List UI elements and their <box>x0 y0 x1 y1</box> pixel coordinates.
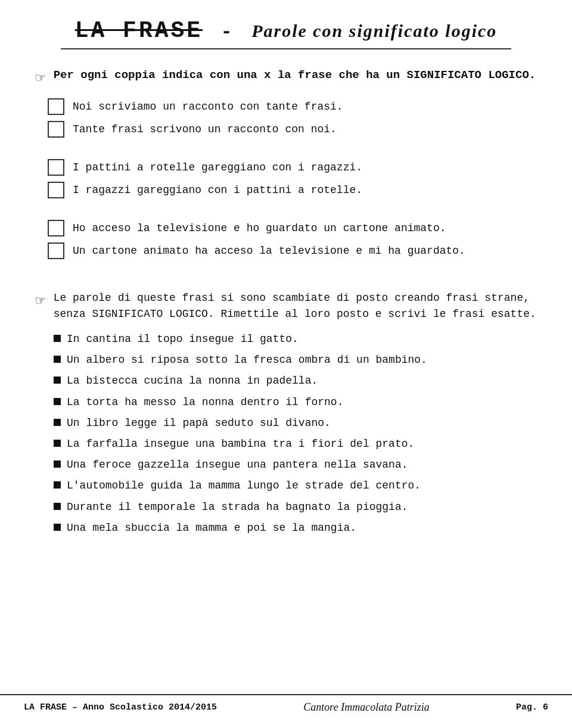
list-item-text: La torta ha messo la nonna dentro il for… <box>67 395 343 410</box>
section1-instruction: ☞ Per ogni coppia indica con una x la fr… <box>36 67 536 88</box>
list-item: La farfalla insegue una bambina tra i fi… <box>54 437 536 452</box>
bullet-icon <box>54 398 61 405</box>
footer-center: Cantore Immacolata Patrizia <box>303 701 429 714</box>
list-item-text: La farfalla insegue una bambina tra i fi… <box>67 437 414 452</box>
checkbox-2-2[interactable] <box>48 182 64 198</box>
list-item: Un libro legge il papà seduto sul divano… <box>54 416 536 431</box>
checkbox-row-6: Un cartone animato ha acceso la televisi… <box>36 242 536 259</box>
title-la-frase: LA FRASE <box>75 18 203 43</box>
page-footer: LA FRASE – Anno Scolastico 2014/2015 Can… <box>0 694 572 714</box>
checkbox-label-3-1: Ho acceso la televisione e ho guardato u… <box>73 222 446 234</box>
list-item: Durante il temporale la strada ha bagnat… <box>54 500 536 515</box>
checkbox-2-1[interactable] <box>48 159 64 176</box>
title-parole: Parole con significato logico <box>251 21 497 41</box>
list-item-text: Un albero si riposa sotto la fresca ombr… <box>67 353 427 368</box>
bullet-list: In cantina il topo insegue il gatto.Un a… <box>36 332 536 536</box>
title-parole-text: Parole con significato logico <box>251 21 497 41</box>
checkbox-row-2: Tante frasi scrivono un racconto con noi… <box>36 121 536 138</box>
spacer-3 <box>36 271 536 281</box>
checkbox-label-3-2: Un cartone animato ha acceso la televisi… <box>73 245 465 257</box>
checkbox-label-2-2: I ragazzi gareggiano con i pattini a rot… <box>73 184 362 196</box>
footer-right: Pag. 6 <box>516 702 548 713</box>
page-header: LA FRASE - Parole con significato logico <box>36 18 536 49</box>
bullet-icon <box>54 461 61 468</box>
bullet-icon <box>54 335 61 342</box>
instruction-text-1: Per ogni coppia indica con una x la fras… <box>54 67 536 83</box>
spacer-2 <box>36 210 536 220</box>
checkbox-1-1[interactable] <box>48 98 64 115</box>
bullet-icon <box>54 481 61 489</box>
checkbox-label-1-2: Tante frasi scrivono un racconto con noi… <box>73 123 337 135</box>
bullet-icon <box>54 524 61 531</box>
reorder-text: Le parole di queste frasi si sono scambi… <box>54 290 536 322</box>
checkbox-row-1: Noi scriviamo un racconto con tante fras… <box>36 98 536 115</box>
list-item: Un albero si riposa sotto la fresca ombr… <box>54 353 536 368</box>
checkbox-label-1-1: Noi scriviamo un racconto con tante fras… <box>73 101 343 113</box>
checkbox-group-1: Noi scriviamo un racconto con tante fras… <box>36 98 536 138</box>
arrow-icon-1: ☞ <box>36 69 45 88</box>
bullet-icon <box>54 419 61 426</box>
list-item: Una mela sbuccia la mamma e poi se la ma… <box>54 521 536 536</box>
spacer-4 <box>36 281 536 290</box>
checkbox-row-4: I ragazzi gareggiano con i pattini a rot… <box>36 182 536 198</box>
list-item-text: Una mela sbuccia la mamma e poi se la ma… <box>67 521 356 536</box>
spacer-1 <box>36 150 536 159</box>
list-item-text: L'automobile guida la mamma lungo le str… <box>67 478 421 493</box>
arrow-icon-2: ☞ <box>36 291 45 310</box>
list-item: La bistecca cucina la nonna in padella. <box>54 374 536 388</box>
checkbox-label-2-1: I pattini a rotelle gareggiano con i rag… <box>73 161 362 173</box>
section2-instruction: ☞ Le parole di queste frasi si sono scam… <box>36 290 536 322</box>
checkbox-1-2[interactable] <box>48 121 64 138</box>
list-item: In cantina il topo insegue il gatto. <box>54 332 536 347</box>
list-item: Una feroce gazzella insegue una pantera … <box>54 458 536 472</box>
page-title-line: LA FRASE - Parole con significato logico <box>36 18 536 43</box>
checkbox-group-2: I pattini a rotelle gareggiano con i rag… <box>36 159 536 198</box>
footer-left: LA FRASE – Anno Scolastico 2014/2015 <box>24 702 217 713</box>
checkbox-row-3: I pattini a rotelle gareggiano con i rag… <box>36 159 536 176</box>
list-item: La torta ha messo la nonna dentro il for… <box>54 395 536 410</box>
checkbox-row-5: Ho acceso la televisione e ho guardato u… <box>36 220 536 237</box>
list-item-text: La bistecca cucina la nonna in padella. <box>67 374 318 388</box>
list-item-text: Durante il temporale la strada ha bagnat… <box>67 500 408 515</box>
checkbox-3-1[interactable] <box>48 220 64 237</box>
bullet-icon <box>54 377 61 384</box>
checkbox-3-2[interactable] <box>48 242 64 259</box>
list-item-text: Una feroce gazzella insegue una pantera … <box>67 458 408 472</box>
list-item-text: In cantina il topo insegue il gatto. <box>67 332 299 347</box>
title-divider <box>61 48 511 49</box>
list-item-text: Un libro legge il papà seduto sul divano… <box>67 416 331 431</box>
checkbox-group-3: Ho acceso la televisione e ho guardato u… <box>36 220 536 259</box>
bullet-icon <box>54 503 61 510</box>
title-dash: - <box>221 21 234 43</box>
bullet-icon <box>54 356 61 363</box>
bullet-icon <box>54 440 61 447</box>
list-item: L'automobile guida la mamma lungo le str… <box>54 478 536 493</box>
